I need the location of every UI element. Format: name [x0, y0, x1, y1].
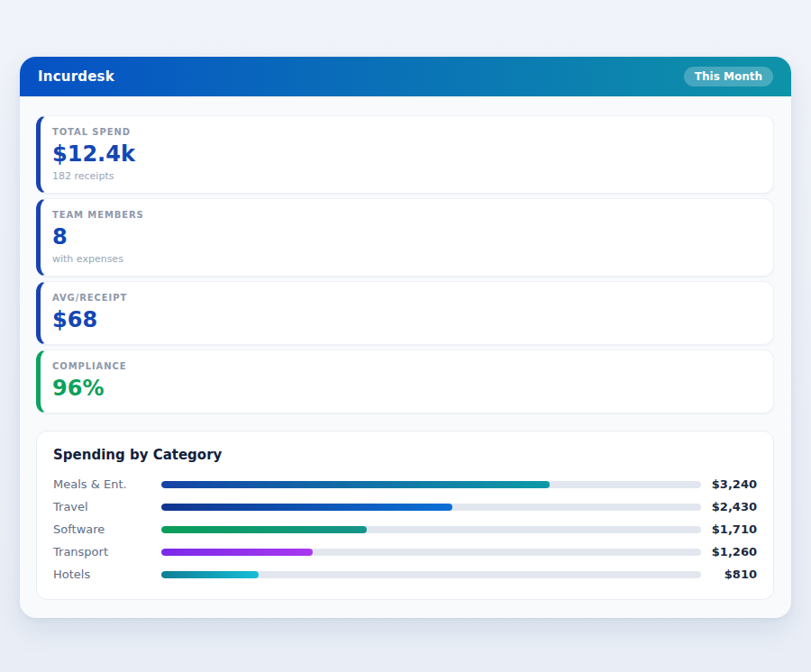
app-header: Incurdesk This Month — [20, 57, 791, 96]
stat-card: TEAM MEMBERS 8 with expenses — [36, 198, 774, 277]
bar-fill — [161, 504, 452, 511]
bar-track — [161, 571, 701, 578]
stat-label: TOTAL SPEND — [52, 127, 759, 137]
bar-fill — [161, 571, 259, 578]
stat-value: 96% — [52, 375, 759, 402]
value-label: $2,430 — [701, 500, 757, 513]
stat-value: $68 — [52, 306, 759, 333]
value-label: $810 — [701, 568, 757, 581]
stat-card: AVG/RECEIPT $68 — [36, 281, 774, 345]
category-label: Transport — [53, 545, 161, 558]
value-label: $1,260 — [701, 545, 757, 558]
spending-chart-card: Spending by Category Meals & Ent.$3,240T… — [36, 431, 774, 600]
bar-fill — [161, 481, 550, 488]
bar-track — [161, 504, 701, 511]
chart-row: Transport$1,260 — [53, 545, 757, 558]
category-label: Meals & Ent. — [53, 477, 161, 491]
category-label: Travel — [53, 500, 161, 513]
app-title: Incurdesk — [38, 68, 114, 85]
stat-label: AVG/RECEIPT — [52, 293, 759, 303]
category-label: Hotels — [53, 568, 161, 581]
chart-row: Meals & Ent.$3,240 — [53, 477, 757, 490]
period-badge[interactable]: This Month — [684, 67, 773, 86]
bar-fill — [161, 549, 313, 556]
chart-row: Hotels$810 — [53, 568, 757, 580]
chart-row: Software$1,710 — [53, 522, 757, 535]
stat-value: 8 — [52, 223, 759, 250]
value-label: $1,710 — [701, 522, 757, 536]
app-container: Incurdesk This Month TOTAL SPEND $12.4k … — [20, 57, 791, 618]
stat-sub: 182 receipts — [52, 170, 759, 182]
bar-track — [161, 549, 701, 556]
bar-track — [161, 481, 701, 488]
bar-fill — [161, 526, 367, 533]
value-label: $3,240 — [701, 477, 757, 491]
chart-title: Spending by Category — [53, 447, 757, 463]
stats-section: TOTAL SPEND $12.4k 182 receipts TEAM MEM… — [36, 115, 774, 413]
stat-sub: with expenses — [52, 253, 759, 265]
chart-rows: Meals & Ent.$3,240Travel$2,430Software$1… — [53, 477, 757, 580]
category-label: Software — [53, 522, 161, 536]
bar-track — [161, 526, 701, 533]
stat-card: TOTAL SPEND $12.4k 182 receipts — [36, 115, 774, 194]
stat-label: COMPLIANCE — [52, 361, 759, 371]
page-background: Incurdesk This Month TOTAL SPEND $12.4k … — [0, 0, 811, 618]
stat-label: TEAM MEMBERS — [52, 210, 759, 220]
stat-value: $12.4k — [52, 141, 759, 168]
chart-row: Travel$2,430 — [53, 500, 757, 513]
stat-card: COMPLIANCE 96% — [36, 350, 774, 413]
app-body: TOTAL SPEND $12.4k 182 receipts TEAM MEM… — [20, 96, 791, 618]
